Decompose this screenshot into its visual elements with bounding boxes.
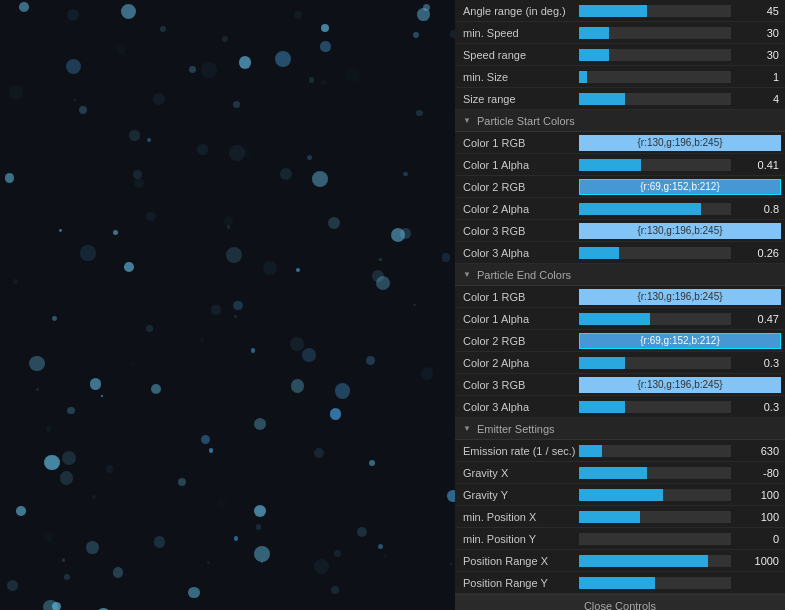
value-angle-range: 45 [735, 5, 785, 17]
bar-end-color2-alpha[interactable] [575, 352, 735, 373]
label-start-color2-rgb: Color 2 RGB [455, 181, 575, 193]
bar-min-position-x[interactable] [575, 506, 735, 527]
row-gravity-y: Gravity Y 100 [455, 484, 785, 506]
color-start1-rgb-display[interactable]: {r:130,g:196,b:245} [579, 135, 781, 151]
value-speed-range: 30 [735, 49, 785, 61]
value-start-color2-alpha: 0.8 [735, 203, 785, 215]
section-emitter-settings[interactable]: Emitter Settings [455, 418, 785, 440]
label-start-color2-alpha: Color 2 Alpha [455, 203, 575, 215]
bar-min-size[interactable] [575, 66, 735, 87]
section-label-start-colors: Particle Start Colors [477, 115, 575, 127]
row-end-color3-rgb: Color 3 RGB {r:130,g:196,b:245} [455, 374, 785, 396]
label-start-color1-rgb: Color 1 RGB [455, 137, 575, 149]
bar-end-color3-alpha[interactable] [575, 396, 735, 417]
bar-start-color3-alpha[interactable] [575, 242, 735, 263]
value-min-size: 1 [735, 71, 785, 83]
bar-min-speed[interactable] [575, 22, 735, 43]
value-gravity-x: -80 [735, 467, 785, 479]
label-speed-range: Speed range [455, 49, 575, 61]
label-emission-rate: Emission rate (1 / sec.) [455, 445, 575, 457]
row-end-color2-rgb: Color 2 RGB {r:69,g:152,b:212} [455, 330, 785, 352]
row-end-color2-alpha: Color 2 Alpha 0.3 [455, 352, 785, 374]
row-end-color1-alpha: Color 1 Alpha 0.47 [455, 308, 785, 330]
color-end3-rgb-display[interactable]: {r:130,g:196,b:245} [579, 377, 781, 393]
value-min-position-x: 100 [735, 511, 785, 523]
section-label-end-colors: Particle End Colors [477, 269, 571, 281]
label-end-color1-alpha: Color 1 Alpha [455, 313, 575, 325]
label-position-range-y: Position Range Y [455, 577, 575, 589]
section-particle-start-colors[interactable]: Particle Start Colors [455, 110, 785, 132]
row-position-range-y: Position Range Y [455, 572, 785, 594]
bar-gravity-x[interactable] [575, 462, 735, 483]
row-angle-range: Angle range (in deg.) 45 [455, 0, 785, 22]
bar-position-range-y[interactable] [575, 572, 735, 593]
particle-canvas [0, 0, 455, 610]
value-end-color3-alpha: 0.3 [735, 401, 785, 413]
close-controls-button[interactable]: Close Controls [455, 594, 785, 610]
value-min-position-y: 0 [735, 533, 785, 545]
label-angle-range: Angle range (in deg.) [455, 5, 575, 17]
row-emission-rate: Emission rate (1 / sec.) 630 [455, 440, 785, 462]
label-gravity-x: Gravity X [455, 467, 575, 479]
row-min-speed: min. Speed 30 [455, 22, 785, 44]
label-start-color3-alpha: Color 3 Alpha [455, 247, 575, 259]
bar-end-color1-alpha[interactable] [575, 308, 735, 329]
value-emission-rate: 630 [735, 445, 785, 457]
control-panel[interactable]: Angle range (in deg.) 45 min. Speed 30 S… [455, 0, 785, 610]
label-min-position-y: min. Position Y [455, 533, 575, 545]
row-end-color1-rgb: Color 1 RGB {r:130,g:196,b:245} [455, 286, 785, 308]
row-start-color2-alpha: Color 2 Alpha 0.8 [455, 198, 785, 220]
label-min-position-x: min. Position X [455, 511, 575, 523]
value-end-color1-alpha: 0.47 [735, 313, 785, 325]
label-end-color2-rgb: Color 2 RGB [455, 335, 575, 347]
row-min-position-x: min. Position X 100 [455, 506, 785, 528]
value-position-range-x: 1000 [735, 555, 785, 567]
row-start-color3-rgb: Color 3 RGB {r:130,g:196,b:245} [455, 220, 785, 242]
bar-position-range-x[interactable] [575, 550, 735, 571]
row-gravity-x: Gravity X -80 [455, 462, 785, 484]
label-gravity-y: Gravity Y [455, 489, 575, 501]
row-start-color2-rgb: Color 2 RGB {r:69,g:152,b:212} [455, 176, 785, 198]
label-min-size: min. Size [455, 71, 575, 83]
bar-start-color2-alpha[interactable] [575, 198, 735, 219]
bar-min-position-y[interactable] [575, 528, 735, 549]
label-start-color3-rgb: Color 3 RGB [455, 225, 575, 237]
section-label-emitter: Emitter Settings [477, 423, 555, 435]
value-size-range: 4 [735, 93, 785, 105]
label-position-range-x: Position Range X [455, 555, 575, 567]
label-min-speed: min. Speed [455, 27, 575, 39]
bar-start-color1-alpha[interactable] [575, 154, 735, 175]
color-end2-rgb-display[interactable]: {r:69,g:152,b:212} [579, 333, 781, 349]
label-end-color1-rgb: Color 1 RGB [455, 291, 575, 303]
row-start-color1-alpha: Color 1 Alpha 0.41 [455, 154, 785, 176]
section-particle-end-colors[interactable]: Particle End Colors [455, 264, 785, 286]
color-end1-rgb-display[interactable]: {r:130,g:196,b:245} [579, 289, 781, 305]
row-min-position-y: min. Position Y 0 [455, 528, 785, 550]
row-position-range-x: Position Range X 1000 [455, 550, 785, 572]
value-start-color3-alpha: 0.26 [735, 247, 785, 259]
value-start-color1-alpha: 0.41 [735, 159, 785, 171]
label-size-range: Size range [455, 93, 575, 105]
bar-speed-range[interactable] [575, 44, 735, 65]
label-end-color2-alpha: Color 2 Alpha [455, 357, 575, 369]
row-speed-range: Speed range 30 [455, 44, 785, 66]
value-gravity-y: 100 [735, 489, 785, 501]
value-min-speed: 30 [735, 27, 785, 39]
label-start-color1-alpha: Color 1 Alpha [455, 159, 575, 171]
close-controls-label: Close Controls [584, 600, 656, 611]
bar-emission-rate[interactable] [575, 440, 735, 461]
bar-gravity-y[interactable] [575, 484, 735, 505]
label-end-color3-alpha: Color 3 Alpha [455, 401, 575, 413]
label-end-color3-rgb: Color 3 RGB [455, 379, 575, 391]
row-min-size: min. Size 1 [455, 66, 785, 88]
bar-angle-range[interactable] [575, 0, 735, 21]
value-end-color2-alpha: 0.3 [735, 357, 785, 369]
row-end-color3-alpha: Color 3 Alpha 0.3 [455, 396, 785, 418]
row-start-color3-alpha: Color 3 Alpha 0.26 [455, 242, 785, 264]
row-start-color1-rgb: Color 1 RGB {r:130,g:196,b:245} [455, 132, 785, 154]
color-start3-rgb-display[interactable]: {r:130,g:196,b:245} [579, 223, 781, 239]
row-size-range: Size range 4 [455, 88, 785, 110]
bar-size-range[interactable] [575, 88, 735, 109]
color-start2-rgb-display[interactable]: {r:69,g:152,b:212} [579, 179, 781, 195]
